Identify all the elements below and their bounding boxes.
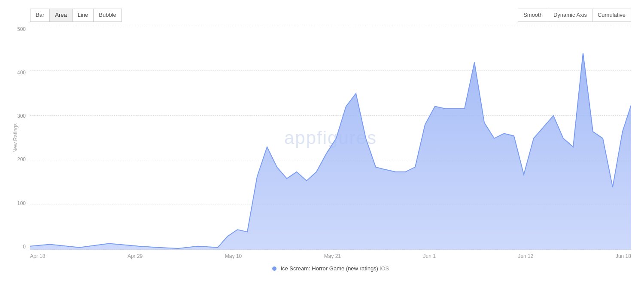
y-tick-100: 100 xyxy=(6,200,26,206)
y-axis-label: New Ratings xyxy=(12,123,18,153)
x-tick-jun1: Jun 1 xyxy=(423,253,436,259)
y-tick-0: 0 xyxy=(6,244,26,250)
x-tick-apr29: Apr 29 xyxy=(128,253,143,259)
x-axis: Apr 18 Apr 29 May 10 May 21 Jun 1 Jun 12… xyxy=(30,253,631,259)
chart-container: Bar Area Line Bubble Smooth Dynamic Axis… xyxy=(0,0,644,291)
y-tick-500: 500 xyxy=(6,26,26,32)
y-tick-200: 200 xyxy=(6,156,26,162)
dynamic-axis-button[interactable]: Dynamic Axis xyxy=(548,9,592,22)
smooth-button[interactable]: Smooth xyxy=(518,9,548,22)
chart-svg xyxy=(30,26,631,250)
legend-app-name: Ice Scream: Horror Game (new ratings) xyxy=(280,265,378,272)
y-tick-300: 300 xyxy=(6,113,26,119)
chart-area: 0 100 200 300 400 500 New Ratings appfig… xyxy=(30,26,631,250)
bubble-button[interactable]: Bubble xyxy=(93,9,122,22)
toolbar: Bar Area Line Bubble Smooth Dynamic Axis… xyxy=(30,9,631,22)
x-tick-apr18: Apr 18 xyxy=(30,253,45,259)
line-button[interactable]: Line xyxy=(72,9,94,22)
chart-option-buttons: Smooth Dynamic Axis Cumulative xyxy=(518,9,631,22)
bar-button[interactable]: Bar xyxy=(30,9,49,22)
legend: Ice Scream: Horror Game (new ratings) iO… xyxy=(30,265,631,272)
y-tick-400: 400 xyxy=(6,70,26,76)
cumulative-button[interactable]: Cumulative xyxy=(592,9,631,22)
x-tick-jun12: Jun 12 xyxy=(518,253,533,259)
x-tick-jun18: Jun 18 xyxy=(616,253,631,259)
legend-dot xyxy=(272,266,276,271)
x-tick-may10: May 10 xyxy=(225,253,242,259)
area-path xyxy=(30,53,631,250)
chart-type-buttons: Bar Area Line Bubble xyxy=(30,9,122,22)
area-button[interactable]: Area xyxy=(49,9,72,22)
x-tick-may21: May 21 xyxy=(324,253,341,259)
legend-platform: iOS xyxy=(380,265,389,272)
